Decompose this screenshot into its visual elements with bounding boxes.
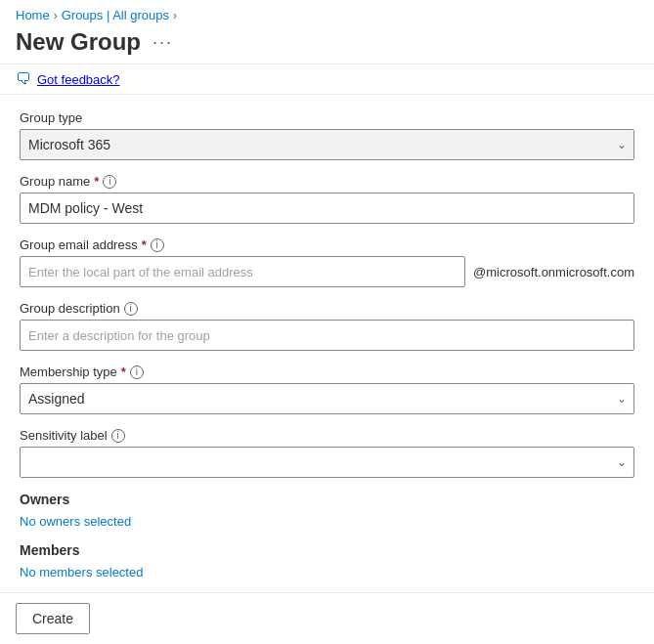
membership-type-info-icon: i — [130, 365, 144, 379]
group-name-input[interactable] — [20, 193, 634, 224]
scroll-area[interactable]: Group type Microsoft 365 Security Mail-e… — [0, 95, 654, 592]
group-email-input[interactable] — [20, 256, 465, 287]
bottom-bar: Create — [0, 592, 654, 644]
group-type-label: Group type — [20, 110, 634, 125]
sensitivity-label-field: Sensitivity label i ⌄ — [20, 428, 634, 478]
group-name-field: Group name * i — [20, 174, 634, 224]
more-options-button[interactable]: ··· — [149, 30, 177, 55]
breadcrumb-sep-2: › — [173, 9, 177, 22]
feedback-link[interactable]: Got feedback? — [37, 72, 120, 87]
group-email-info-icon: i — [151, 238, 164, 252]
group-email-label: Group email address * i — [20, 237, 634, 252]
membership-type-required: * — [121, 365, 126, 379]
sensitivity-label-label: Sensitivity label i — [20, 428, 634, 443]
email-domain: @microsoft.onmicrosoft.com — [473, 265, 634, 279]
title-row: New Group ··· — [0, 26, 654, 64]
group-description-label: Group description i — [20, 301, 634, 316]
no-members-link[interactable]: No members selected — [20, 565, 143, 580]
group-description-info-icon: i — [124, 302, 138, 316]
page-wrapper: Home › Groups | All groups › New Group ·… — [0, 0, 654, 644]
group-type-select[interactable]: Microsoft 365 Security Mail-enabled secu… — [20, 129, 634, 160]
group-description-input[interactable] — [20, 320, 634, 351]
membership-type-field: Membership type * i Assigned Dynamic Use… — [20, 365, 634, 414]
membership-type-label: Membership type * i — [20, 365, 634, 379]
breadcrumb: Home › Groups | All groups › — [0, 0, 654, 26]
members-section: Members No members selected — [20, 542, 634, 580]
page-title: New Group — [16, 28, 141, 56]
group-type-field: Group type Microsoft 365 Security Mail-e… — [20, 110, 634, 160]
group-name-label: Group name * i — [20, 174, 634, 189]
breadcrumb-home[interactable]: Home — [16, 8, 50, 22]
no-owners-link[interactable]: No owners selected — [20, 514, 131, 529]
sensitivity-label-info-icon: i — [111, 429, 125, 443]
group-email-required: * — [142, 237, 147, 252]
breadcrumb-sep-1: › — [54, 9, 58, 22]
email-input-wrap — [20, 256, 465, 287]
group-email-field: Group email address * i @microsoft.onmic… — [20, 237, 634, 287]
breadcrumb-all-groups[interactable]: Groups | All groups — [62, 8, 169, 22]
group-type-select-wrapper: Microsoft 365 Security Mail-enabled secu… — [20, 129, 634, 160]
sensitivity-label-select-wrapper: ⌄ — [20, 447, 634, 478]
owners-section: Owners No owners selected — [20, 492, 634, 529]
membership-type-select-wrapper: Assigned Dynamic User Dynamic Device ⌄ — [20, 383, 634, 414]
group-name-info-icon: i — [103, 175, 116, 189]
members-heading: Members — [20, 542, 634, 558]
feedback-bar: 🗨 Got feedback? — [0, 64, 654, 95]
email-row: @microsoft.onmicrosoft.com — [20, 256, 634, 287]
group-description-field: Group description i — [20, 301, 634, 351]
sensitivity-label-select[interactable] — [20, 447, 634, 478]
membership-type-select[interactable]: Assigned Dynamic User Dynamic Device — [20, 383, 634, 414]
create-button[interactable]: Create — [16, 603, 90, 634]
feedback-icon: 🗨 — [16, 70, 31, 88]
group-name-required: * — [94, 174, 99, 189]
owners-heading: Owners — [20, 492, 634, 507]
